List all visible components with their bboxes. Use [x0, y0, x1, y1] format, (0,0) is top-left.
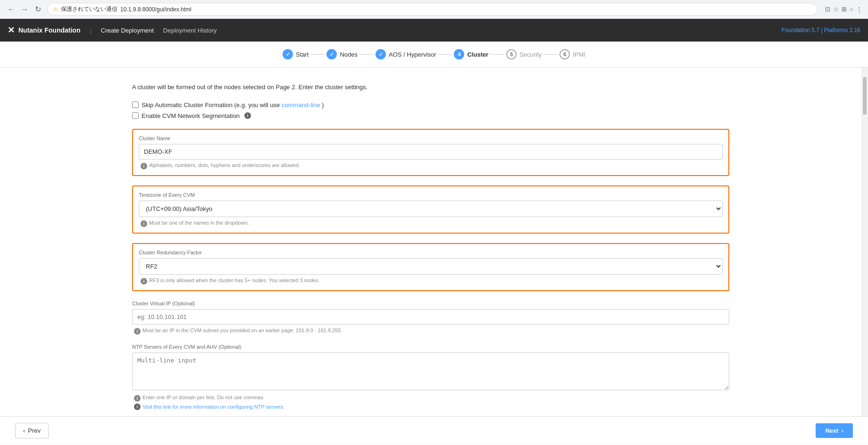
connector-4 — [490, 54, 504, 55]
step-label-security: Security — [519, 51, 542, 58]
timezone-hint: i Must be one of the names in the dropdo… — [139, 220, 723, 227]
redundancy-hint: i RF3 is only allowed when the cluster h… — [139, 277, 723, 285]
ntp-config-link[interactable]: Visit this link for more information on … — [142, 404, 284, 410]
nav-create-deployment[interactable]: Create Deployment — [101, 27, 154, 34]
cluster-name-group: Cluster Name i Alphabets, numbers, dots,… — [132, 129, 729, 176]
checkbox-skip-auto: Skip Automatic Cluster Formation (e.g. y… — [132, 101, 729, 109]
ntp-info-icon: i — [134, 395, 141, 402]
redundancy-group: Cluster Redundancy Factor RF2 RF3 i RF3 … — [132, 243, 729, 291]
step-label-cluster: Cluster — [467, 51, 488, 58]
ntp-servers-group: NTP Servers of Every CVM and AHV (Option… — [132, 344, 729, 410]
step-start[interactable]: ✓ Start — [283, 49, 309, 59]
next-button[interactable]: Next › — [816, 423, 853, 438]
browser-chrome: ← → ↻ ⚠ 保護されていない通信 10.1.9.8:8000/gui/ind… — [0, 0, 868, 19]
step-circle-start: ✓ — [283, 49, 293, 59]
wizard-steps: ✓ Start ✓ Nodes ✓ AOS / Hypervisor 4 Clu… — [0, 42, 868, 67]
virtual-ip-label: Cluster Virtual IP (Optional) — [132, 301, 729, 306]
nav-divider: | — [90, 27, 91, 34]
virtual-ip-info-icon: i — [134, 328, 141, 335]
step-nodes[interactable]: ✓ Nodes — [326, 49, 358, 59]
cluster-name-hint: i Alphabets, numbers, dots, hyphens and … — [139, 162, 723, 169]
redundancy-select[interactable]: RF2 RF3 — [139, 258, 723, 275]
virtual-ip-group: Cluster Virtual IP (Optional) i Must be … — [132, 301, 729, 335]
step-cluster[interactable]: 4 Cluster — [454, 49, 488, 59]
step-label-start: Start — [296, 51, 309, 58]
scrollbar-track[interactable] — [861, 67, 868, 416]
security-warning: ⚠ — [53, 6, 58, 12]
address-bar[interactable]: ⚠ 保護されていない通信 10.1.9.8:8000/gui/index.htm… — [47, 3, 818, 16]
profile-icon[interactable]: ○ — [850, 6, 853, 13]
enable-cvm-label: Enable CVM Network Segmentation — [142, 112, 240, 119]
bookmark-icon[interactable]: ☆ — [833, 6, 839, 13]
cast-icon[interactable]: ⊡ — [825, 6, 830, 13]
close-icon[interactable]: ✕ — [8, 25, 15, 35]
skip-auto-label: Skip Automatic Cluster Formation (e.g. y… — [142, 101, 324, 109]
skip-auto-checkbox[interactable] — [132, 101, 139, 108]
ntp-servers-label: NTP Servers of Every CVM and AHV (Option… — [132, 344, 729, 350]
content-area: A cluster will be formed out of the node… — [0, 67, 861, 416]
step-label-ipmi: IPMI — [573, 51, 585, 58]
prev-button[interactable]: ‹ Prev — [15, 423, 49, 438]
back-button[interactable]: ← — [6, 4, 17, 15]
redundancy-info-icon: i — [141, 278, 147, 285]
virtual-ip-hint: i Must be an IP in the CVM subnet you pr… — [132, 327, 729, 335]
ntp-link-hint[interactable]: i Visit this link for more information o… — [132, 403, 729, 410]
timezone-select[interactable]: (UTC+09:00) Asia/Tokyo (UTC+00:00) UTC (… — [139, 201, 723, 217]
virtual-ip-input[interactable] — [132, 309, 729, 325]
timezone-group: Timezone of Every CVM (UTC+09:00) Asia/T… — [132, 185, 729, 234]
redundancy-label: Cluster Redundancy Factor — [139, 250, 723, 255]
nav-buttons[interactable]: ← → ↻ — [6, 4, 43, 15]
connector-2 — [359, 54, 374, 55]
extensions-icon[interactable]: ⊞ — [842, 6, 847, 13]
cvm-info-icon[interactable]: i — [244, 112, 251, 119]
brand-name: Nutanix Foundation — [18, 26, 80, 34]
url-text: 10.1.9.8:8000/gui/index.html — [120, 6, 192, 13]
step-security[interactable]: 5 Security — [506, 49, 542, 59]
forward-button[interactable]: → — [19, 4, 30, 15]
step-label-nodes: Nodes — [340, 51, 358, 58]
step-circle-security: 5 — [506, 49, 517, 59]
step-circle-aos: ✓ — [376, 49, 386, 59]
enable-cvm-checkbox[interactable] — [132, 112, 139, 119]
connector-3 — [438, 54, 452, 55]
timezone-label: Timezone of Every CVM — [139, 192, 723, 198]
menu-icon[interactable]: ⋮ — [856, 6, 862, 13]
checkbox-enable-cvm: Enable CVM Network Segmentation i — [132, 112, 729, 119]
command-line-link[interactable]: command-line — [282, 101, 320, 109]
reload-button[interactable]: ↻ — [32, 4, 43, 15]
top-nav: ✕ Nutanix Foundation | Create Deployment… — [0, 19, 868, 42]
nav-deployment-history[interactable]: Deployment History — [163, 27, 217, 34]
ntp-link-info-icon: i — [134, 403, 141, 410]
step-circle-ipmi: 6 — [559, 49, 570, 59]
next-arrow-icon: › — [842, 427, 843, 434]
browser-actions[interactable]: ⊡ ☆ ⊞ ○ ⋮ — [825, 6, 862, 13]
form-description: A cluster will be formed out of the node… — [132, 83, 729, 92]
cluster-name-input[interactable] — [139, 144, 723, 160]
scrollbar-thumb[interactable] — [863, 77, 867, 115]
ntp-servers-textarea[interactable] — [132, 353, 729, 390]
prev-arrow-icon: ‹ — [23, 427, 25, 434]
step-circle-cluster: 4 — [454, 49, 464, 59]
warning-text: 保護されていない通信 — [61, 5, 117, 13]
version-label: Foundation 5.7 | Platforms 2.16 — [782, 27, 860, 34]
cluster-name-info-icon: i — [141, 163, 147, 169]
step-ipmi[interactable]: 6 IPMI — [559, 49, 585, 59]
timezone-info-icon: i — [141, 220, 147, 227]
step-label-aos: AOS / Hypervisor — [389, 51, 436, 58]
cluster-name-label: Cluster Name — [139, 135, 723, 141]
connector-1 — [310, 54, 325, 55]
step-aos[interactable]: ✓ AOS / Hypervisor — [376, 49, 436, 59]
nav-links: Create Deployment Deployment History — [101, 27, 217, 34]
nav-logo: ✕ Nutanix Foundation — [8, 25, 80, 35]
ntp-servers-hint: i Enter one IP or domain per line. Do no… — [132, 395, 729, 402]
step-circle-nodes: ✓ — [326, 49, 337, 59]
main-content: A cluster will be formed out of the node… — [0, 67, 868, 416]
bottom-bar: ‹ Prev Next › — [0, 416, 868, 445]
connector-5 — [543, 54, 558, 55]
